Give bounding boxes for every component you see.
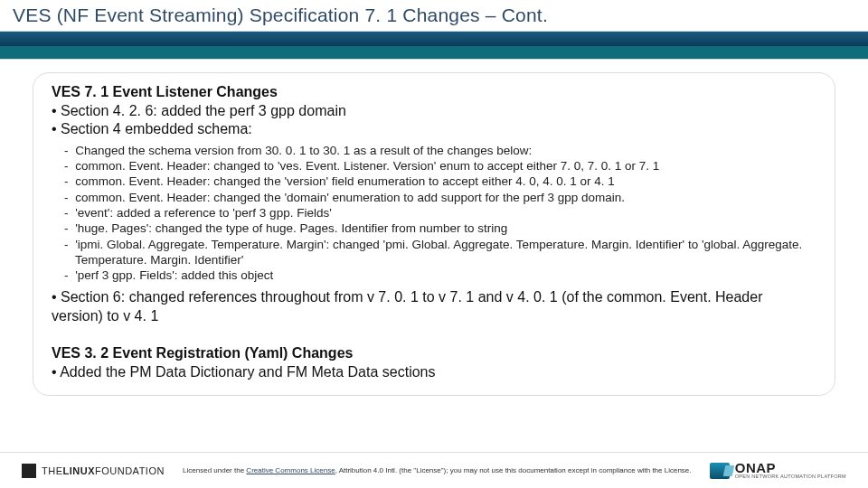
page-title: VES (NF Event Streaming) Specification 7…: [13, 5, 548, 26]
onap-big: ONAP: [735, 461, 846, 474]
section-heading: VES 7. 1 Event Listener Changes: [52, 84, 816, 100]
list-item: Changed the schema version from 30. 0. 1…: [75, 143, 816, 158]
list-item: common. Event. Header: changed the 'doma…: [75, 190, 816, 205]
license-pre: Licensed under the: [183, 466, 246, 474]
section-event-registration: VES 3. 2 Event Registration (Yaml) Chang…: [52, 345, 816, 381]
slide: VES (NF Event Streaming) Specification 7…: [0, 0, 868, 488]
sub-bullet-list: Changed the schema version from 30. 0. 1…: [75, 143, 816, 283]
onap-logo: ONAP OPEN NETWORK AUTOMATION PLATFORM: [710, 461, 846, 480]
license-text: Licensed under the Creative Commons Lice…: [165, 466, 710, 474]
lf-mark-icon: [22, 464, 36, 478]
bullet-list: Section 4. 2. 6: added the perf 3 gpp do…: [52, 102, 816, 139]
list-item: 'perf 3 gpp. Fields': added this object: [75, 267, 816, 283]
lf-text: THELINUXFOUNDATION: [42, 465, 165, 476]
onap-small: OPEN NETWORK AUTOMATION PLATFORM: [735, 474, 846, 480]
onap-text: ONAP OPEN NETWORK AUTOMATION PLATFORM: [735, 461, 846, 480]
lf-suffix: FOUNDATION: [95, 465, 165, 476]
license-link[interactable]: Creative Commons License: [246, 466, 335, 474]
bullet-list: Added the PM Data Dictionary and FM Meta…: [52, 363, 816, 381]
content-card: VES 7. 1 Event Listener Changes Section …: [33, 72, 835, 396]
list-item: 'event': added a reference to 'perf 3 gp…: [75, 205, 816, 221]
title-bar: VES (NF Event Streaming) Specification 7…: [0, 0, 868, 31]
list-item: Section 4 embedded schema:: [52, 120, 816, 138]
bullet-list: Section 6: changed references throughout…: [52, 288, 816, 325]
section-event-listener: VES 7. 1 Event Listener Changes Section …: [52, 84, 816, 325]
list-item: 'huge. Pages': changed the type of huge.…: [75, 221, 816, 236]
footer: THELINUXFOUNDATION Licensed under the Cr…: [0, 452, 868, 488]
list-item: Section 6: changed references throughout…: [52, 288, 816, 325]
list-item: common. Event. Header: changed to 'ves. …: [75, 158, 816, 174]
onap-mark-icon: [710, 463, 730, 479]
lf-name: LINUX: [63, 465, 96, 476]
license-post: , Attribution 4.0 Intl. (the "License");…: [335, 466, 692, 474]
list-item: Added the PM Data Dictionary and FM Meta…: [52, 363, 816, 381]
content-area: VES 7. 1 Event Listener Changes Section …: [0, 60, 868, 488]
list-item: 'ipmi. Global. Aggregate. Temperature. M…: [75, 237, 816, 268]
list-item: Section 4. 2. 6: added the perf 3 gpp do…: [52, 102, 816, 120]
banner-stripe: [0, 31, 868, 60]
section-heading: VES 3. 2 Event Registration (Yaml) Chang…: [52, 345, 816, 361]
list-item: common. Event. Header: changed the 'vers…: [75, 174, 816, 189]
linux-foundation-logo: THELINUXFOUNDATION: [22, 464, 165, 478]
lf-prefix: THE: [42, 465, 63, 476]
